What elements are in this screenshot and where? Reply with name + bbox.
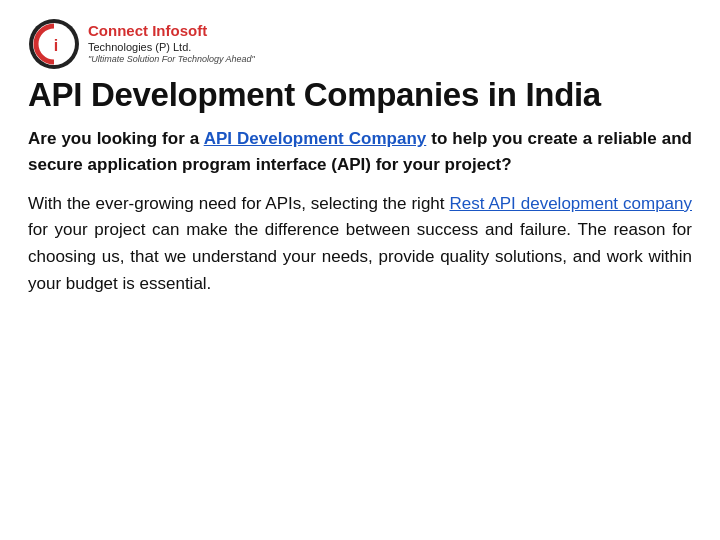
company-tagline: "Ultimate Solution For Technology Ahead": [88, 54, 255, 66]
svg-text:i: i: [54, 37, 58, 54]
slide-container: i Connect Infosoft Technologies (P) Ltd.…: [0, 0, 720, 540]
logo-icon: i: [28, 18, 80, 70]
page-title: API Development Companies in India: [28, 76, 692, 114]
rest-api-company-link[interactable]: Rest API development company: [449, 194, 692, 213]
body-before-link: With the ever-growing need for APIs, sel…: [28, 194, 449, 213]
body-after-link: for your project can make the difference…: [28, 220, 692, 292]
company-name: Connect Infosoft: [88, 22, 255, 40]
body-paragraph: With the ever-growing need for APIs, sel…: [28, 191, 692, 298]
intro-before-link: Are you looking for a: [28, 129, 204, 148]
intro-paragraph: Are you looking for a API Development Co…: [28, 126, 692, 179]
api-development-company-link[interactable]: API Development Company: [204, 129, 427, 148]
company-sub: Technologies (P) Ltd.: [88, 40, 255, 54]
header: i Connect Infosoft Technologies (P) Ltd.…: [28, 18, 692, 70]
logo-text: Connect Infosoft Technologies (P) Ltd. "…: [88, 22, 255, 66]
